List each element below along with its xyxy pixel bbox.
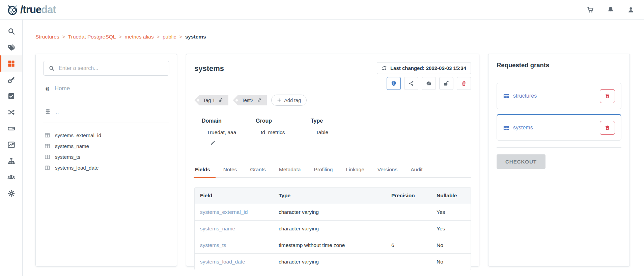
active-indicator xyxy=(0,55,1,72)
field-link[interactable]: systems_load_date xyxy=(195,259,273,265)
tag-chip[interactable]: Tag 1 xyxy=(194,95,228,105)
tree-field-label: systems_ts xyxy=(55,154,80,160)
tree-home-row[interactable]: « Home xyxy=(45,84,169,93)
share-button[interactable] xyxy=(404,77,418,90)
grant-link-systems[interactable]: systems xyxy=(503,125,533,131)
field-link[interactable]: systems_name xyxy=(195,226,273,232)
tab-notes[interactable]: Notes xyxy=(223,167,238,177)
tab-versions[interactable]: Versions xyxy=(377,167,398,177)
breadcrumb-link[interactable]: Truedat PostgreSQL xyxy=(68,34,116,40)
rail-item-domains[interactable] xyxy=(0,153,22,169)
rail-item-quality[interactable] xyxy=(0,88,22,104)
tag-label: Tag 1 xyxy=(203,98,215,103)
rail-item-permissions[interactable] xyxy=(0,72,22,88)
breadcrumb-separator: > xyxy=(62,34,65,40)
unlock-button[interactable] xyxy=(439,77,453,90)
protect-button[interactable] xyxy=(387,77,401,90)
tag-label: Test2 xyxy=(242,98,253,103)
user-icon[interactable] xyxy=(627,6,635,14)
trash-icon xyxy=(461,80,467,86)
domain-label: Domain xyxy=(202,118,249,124)
divider xyxy=(43,123,169,123)
grant-card: systems xyxy=(497,114,621,141)
shuffle-icon xyxy=(7,108,15,116)
breadcrumb-link[interactable]: Structures xyxy=(35,34,59,40)
field-link[interactable]: systems_ts xyxy=(195,242,273,248)
profile-gauge-button[interactable] xyxy=(422,77,436,90)
structure-detail-panel: systems Last changed: 2022-02-03 15:34 xyxy=(186,54,479,267)
gauge-icon xyxy=(426,80,432,86)
tab-grants[interactable]: Grants xyxy=(249,167,267,177)
tag-hole xyxy=(197,99,199,101)
remove-grant-button[interactable] xyxy=(600,89,615,103)
tab-audit[interactable]: Audit xyxy=(410,167,423,177)
tag-chip[interactable]: Test2 xyxy=(233,95,267,105)
field-type: character varying xyxy=(273,209,386,215)
link-icon[interactable] xyxy=(218,98,223,103)
field-type: character varying xyxy=(273,259,386,265)
details-section: Domain Truedat, aaa Group td_metrics Typ… xyxy=(194,117,471,156)
check-square-icon xyxy=(7,92,15,100)
add-tag-label: Add tag xyxy=(284,98,301,103)
detail-domain: Domain Truedat, aaa xyxy=(194,117,249,156)
top-header: /truedat xyxy=(0,0,644,20)
tab-metadata[interactable]: Metadata xyxy=(278,167,302,177)
search-input[interactable] xyxy=(59,65,164,71)
trash-icon xyxy=(605,125,610,131)
add-tag-button[interactable]: Add tag xyxy=(271,95,307,106)
rail-item-structures[interactable] xyxy=(0,55,22,72)
rail-item-systems[interactable] xyxy=(0,120,22,136)
tree-field-item[interactable]: systems_ts xyxy=(45,151,169,162)
grant-link-structures[interactable]: structures xyxy=(503,93,537,99)
rail-item-dashboards[interactable] xyxy=(0,136,22,153)
divider xyxy=(497,76,621,76)
rail-item-settings[interactable] xyxy=(0,185,22,201)
rail-item-tags[interactable] xyxy=(0,39,22,55)
rail-item-search[interactable] xyxy=(0,23,22,39)
domain-value: Truedat, aaa xyxy=(207,129,249,135)
logo-text: /truedat xyxy=(20,4,56,15)
tree-field-label: systems_name xyxy=(55,143,89,149)
tree-field-item[interactable]: systems_load_date xyxy=(45,162,169,173)
fields-table: Field Type Precision Nullable systems_ex… xyxy=(194,187,471,270)
link-icon[interactable] xyxy=(257,98,262,103)
detail-type: Type Table xyxy=(304,117,328,156)
last-changed-button[interactable]: Last changed: 2022-02-03 15:34 xyxy=(377,62,471,74)
search-icon xyxy=(7,27,15,35)
tree-field-label: systems_load_date xyxy=(55,165,99,171)
tab-profiling[interactable]: Profiling xyxy=(313,167,333,177)
edit-domain-button[interactable] xyxy=(210,140,216,146)
sidebar-rail xyxy=(0,20,23,276)
delete-button[interactable] xyxy=(457,77,471,90)
tree-parent-row[interactable]: .. xyxy=(45,107,169,116)
grant-label: systems xyxy=(513,125,533,131)
gear-icon xyxy=(7,190,15,197)
checkout-button[interactable]: CHECKOUT xyxy=(497,154,545,169)
detail-tabs: Fields Notes Grants Metadata Profiling L… xyxy=(194,167,471,178)
type-value: Table xyxy=(316,129,328,135)
field-nullable: No xyxy=(431,242,468,248)
tab-linkage[interactable]: Linkage xyxy=(345,167,365,177)
logo-text-primary: /true xyxy=(20,4,41,16)
rail-item-users[interactable] xyxy=(0,169,22,185)
tree-field-item[interactable]: systems_external_id xyxy=(45,130,169,141)
grant-label: structures xyxy=(513,93,537,99)
bell-icon[interactable] xyxy=(607,6,614,14)
logo-text-secondary: dat xyxy=(41,4,56,16)
columns-icon xyxy=(45,132,50,138)
field-type: character varying xyxy=(273,226,386,232)
breadcrumb-link[interactable]: metrics alias xyxy=(125,34,154,40)
truedat-logo[interactable]: /truedat xyxy=(6,3,56,16)
cart-icon[interactable] xyxy=(587,6,594,14)
type-label: Type xyxy=(311,118,328,124)
tree-field-item[interactable]: systems_name xyxy=(45,141,169,151)
tree-field-list: systems_external_id systems_name systems… xyxy=(43,130,169,173)
chart-line-icon xyxy=(7,141,15,149)
field-link[interactable]: systems_external_id xyxy=(195,209,273,215)
users-icon xyxy=(7,173,15,181)
tab-fields[interactable]: Fields xyxy=(194,167,211,177)
table-row: systems_load_date character varying No xyxy=(195,253,471,270)
rail-item-relations[interactable] xyxy=(0,104,22,120)
remove-grant-button[interactable] xyxy=(600,121,615,135)
breadcrumb-link[interactable]: public xyxy=(163,34,176,40)
